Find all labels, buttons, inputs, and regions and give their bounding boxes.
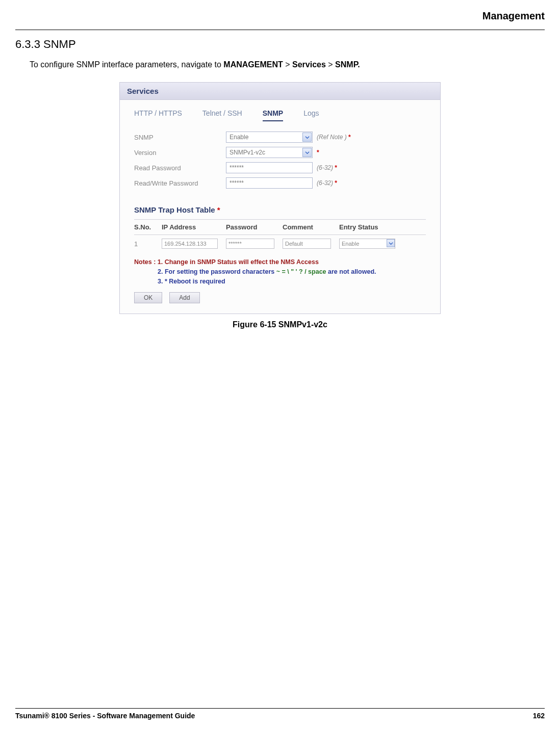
read-password-label: Read Password xyxy=(134,164,226,172)
readwrite-password-label: Read/Write Password xyxy=(134,179,226,187)
col-sno: S.No. xyxy=(134,223,154,231)
snmp-label: SNMP xyxy=(134,134,226,141)
breadcrumb-sep: > xyxy=(283,60,292,69)
entry-status-select[interactable] xyxy=(339,239,395,249)
required-asterisk: * xyxy=(317,149,319,156)
footer-rule xyxy=(15,708,545,709)
note-1: 1. Change in SNMP Status will effect the… xyxy=(158,258,319,266)
trap-password-input[interactable] xyxy=(226,239,274,249)
figure-caption: Figure 6-15 SNMPv1-v2c xyxy=(15,320,545,329)
tab-telnet-ssh[interactable]: Telnet / SSH xyxy=(202,109,242,121)
table-header-row: S.No. IP Address Password Comment Entry … xyxy=(134,219,426,235)
col-comment: Comment xyxy=(283,223,331,231)
button-row: OK Add xyxy=(120,292,440,314)
tab-logs[interactable]: Logs xyxy=(303,109,319,121)
chevron-down-icon xyxy=(302,133,312,142)
table-row: 1 xyxy=(134,235,426,252)
intro-prefix: To configure SNMP interface parameters, … xyxy=(30,60,223,69)
row-sno: 1 xyxy=(134,240,154,248)
required-asterisk: * xyxy=(335,179,337,187)
required-asterisk: * xyxy=(335,164,337,171)
note-3: 3. * Reboot is required xyxy=(158,277,426,286)
snmp-select[interactable]: Enable xyxy=(226,132,313,143)
version-label: Version xyxy=(134,149,226,157)
tab-bar: HTTP / HTTPS Telnet / SSH SNMP Logs xyxy=(120,100,440,126)
page-header: Management xyxy=(15,10,545,27)
version-select[interactable]: SNMPv1-v2c xyxy=(226,147,313,158)
section-heading: 6.3.3 SNMP xyxy=(15,38,545,51)
breadcrumb-management: MANAGEMENT xyxy=(223,60,283,69)
chevron-down-icon xyxy=(387,239,395,247)
col-password: Password xyxy=(226,223,274,231)
version-hint: * xyxy=(317,149,319,156)
readwrite-password-hint: (6-32) * xyxy=(317,179,337,187)
header-rule xyxy=(15,30,545,30)
trap-host-table: S.No. IP Address Password Comment Entry … xyxy=(120,219,440,254)
tab-http-https[interactable]: HTTP / HTTPS xyxy=(134,109,182,121)
tab-snmp[interactable]: SNMP xyxy=(263,109,283,121)
services-panel: Services HTTP / HTTPS Telnet / SSH SNMP … xyxy=(119,82,441,314)
notes-block: Notes : 1. Change in SNMP Status will ef… xyxy=(120,254,440,292)
col-entry-status: Entry Status xyxy=(339,223,395,231)
required-asterisk: * xyxy=(348,134,351,141)
chevron-down-icon xyxy=(302,148,312,157)
page-footer: Tsunami® 8100 Series - Software Manageme… xyxy=(15,708,545,720)
add-button[interactable]: Add xyxy=(169,292,199,303)
comment-input[interactable] xyxy=(283,239,331,249)
panel-title: Services xyxy=(120,83,440,100)
page-number: 162 xyxy=(533,712,545,720)
col-ip: IP Address xyxy=(162,223,218,231)
snmp-form: SNMP Enable (Ref Note ) * Version SNMPv1… xyxy=(120,126,440,189)
footer-doc-title: Tsunami® 8100 Series - Software Manageme… xyxy=(15,712,195,720)
note-2b: ~ = \ " ' ? / space xyxy=(276,268,326,275)
required-asterisk: * xyxy=(217,205,220,214)
note-2a: 2. For setting the password characters xyxy=(158,268,276,275)
ip-address-input[interactable] xyxy=(162,239,218,249)
ok-button[interactable]: OK xyxy=(134,292,162,303)
read-password-input[interactable] xyxy=(226,162,313,173)
snmp-value: Enable xyxy=(230,134,248,141)
intro-text: To configure SNMP interface parameters, … xyxy=(30,60,545,69)
read-password-hint: (6-32) * xyxy=(317,164,337,171)
snmp-hint: (Ref Note ) * xyxy=(317,134,351,141)
breadcrumb-services: Services xyxy=(292,60,326,69)
trap-table-heading: SNMP Trap Host Table * xyxy=(120,193,440,219)
breadcrumb-sep: > xyxy=(326,60,335,69)
breadcrumb-snmp: SNMP. xyxy=(335,60,360,69)
version-value: SNMPv1-v2c xyxy=(230,149,265,156)
note-2c: are not allowed. xyxy=(326,268,376,275)
chapter-title: Management xyxy=(482,10,545,21)
notes-prefix: Notes : xyxy=(134,258,158,266)
readwrite-password-input[interactable] xyxy=(226,177,313,189)
